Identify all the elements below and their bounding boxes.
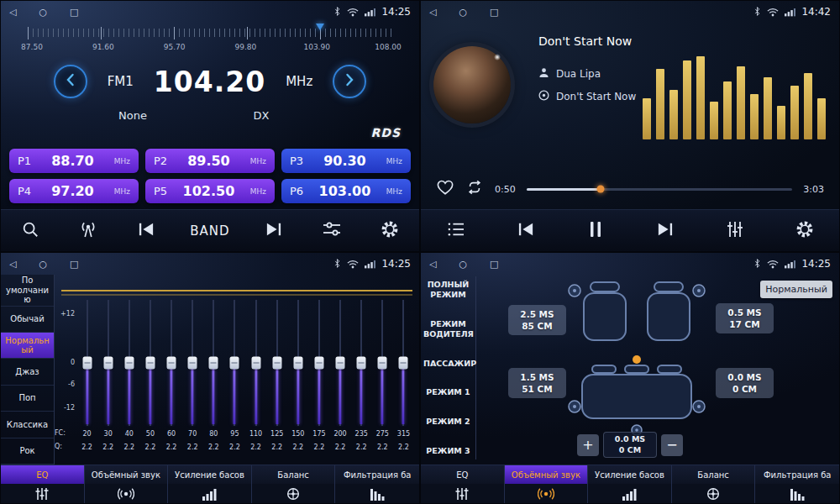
- eq-band-slider[interactable]: [228, 300, 240, 426]
- eq-band-slider[interactable]: [186, 300, 198, 426]
- back-nav-icon[interactable]: ◁: [9, 8, 16, 17]
- tune-up-button[interactable]: [333, 65, 366, 98]
- home-nav-icon[interactable]: ○: [459, 260, 467, 269]
- eq-band-slider[interactable]: [165, 300, 177, 426]
- eq-preset-classic[interactable]: Классика: [1, 412, 54, 438]
- recents-nav-icon[interactable]: □: [490, 260, 498, 269]
- album-art[interactable]: [433, 46, 511, 123]
- eq-preset-pop[interactable]: Поп: [1, 386, 54, 412]
- eq-band-slider[interactable]: [397, 300, 409, 426]
- recents-nav-icon[interactable]: □: [70, 260, 78, 269]
- eq-statusbar: ◁ ○ □ 14:25: [1, 253, 419, 275]
- eq-band-slider[interactable]: [292, 300, 304, 426]
- eq-band-slider[interactable]: [123, 300, 135, 426]
- delay-increase-button[interactable]: +: [577, 434, 599, 456]
- db-scale-label: +12: [55, 310, 75, 318]
- frequency-ruler[interactable]: 87.50 91.60 95.70 99.80 103.90 108.00: [28, 27, 392, 62]
- preset-button-p3[interactable]: P3 90.30 MHz: [281, 149, 411, 173]
- eq-preset-jazz[interactable]: Джаз: [1, 359, 54, 385]
- preset-button-p5[interactable]: P5 102.50 MHz: [145, 179, 275, 203]
- eq-band-slider[interactable]: [144, 300, 156, 426]
- progress-knob[interactable]: [597, 186, 605, 193]
- tab-bass-boost[interactable]: Усиление басов: [588, 465, 672, 503]
- mode-driver[interactable]: РЕЖИМ ВОДИТЕЛЯ: [421, 318, 475, 341]
- preset-button-p4[interactable]: P4 97.20 MHz: [9, 179, 139, 203]
- delay-front-right[interactable]: 0.5 MS 17 CM: [716, 303, 774, 333]
- back-nav-icon[interactable]: ◁: [9, 260, 16, 269]
- band-button[interactable]: BAND: [190, 217, 229, 245]
- settings-button[interactable]: [375, 217, 404, 245]
- track-row: Don't Start Now: [538, 90, 636, 103]
- eq-band-slider[interactable]: [334, 300, 346, 426]
- scan-button[interactable]: [16, 217, 45, 245]
- tab-filter[interactable]: Фильтрация ба: [755, 465, 839, 503]
- mode-full[interactable]: ПОЛНЫЙ РЕЖИМ: [421, 278, 475, 302]
- eq-preset-normal[interactable]: Нормальный: [1, 333, 54, 359]
- next-track-button[interactable]: [651, 217, 680, 245]
- home-nav-icon[interactable]: ○: [39, 260, 47, 269]
- delay-decrease-button[interactable]: −: [661, 434, 683, 456]
- eq-band-fc: 40: [118, 428, 139, 439]
- mode-passenger[interactable]: ПАССАЖИР: [421, 357, 475, 370]
- mode-3[interactable]: РЕЖИМ 3: [421, 444, 475, 458]
- chevron-left-icon: [65, 73, 76, 90]
- eq-band-slider[interactable]: [376, 300, 388, 426]
- preset-button-p1[interactable]: P1 88.70 MHz: [9, 149, 139, 173]
- mode-1[interactable]: РЕЖИМ 1: [421, 386, 475, 399]
- delay-rear-right[interactable]: 0.0 MS 0 CM: [716, 368, 774, 398]
- preset-button-p2[interactable]: P2 89.50 MHz: [145, 149, 275, 173]
- ruler-label: 99.80: [231, 43, 260, 51]
- back-nav-icon[interactable]: ◁: [429, 8, 436, 17]
- eq-preset-custom[interactable]: Обычай: [1, 307, 54, 333]
- tab-surround-sound[interactable]: Объёмный звук: [85, 465, 169, 503]
- mode-2[interactable]: РЕЖИМ 2: [421, 415, 475, 428]
- tab-balance[interactable]: Баланс: [252, 465, 336, 503]
- broadcast-button[interactable]: [74, 217, 102, 245]
- eq-band-slider[interactable]: [313, 300, 325, 426]
- tab-balance[interactable]: Баланс: [672, 465, 756, 503]
- eq-preset-rock[interactable]: Рок: [1, 438, 54, 465]
- eq-band-slider[interactable]: [271, 300, 283, 426]
- settings-button[interactable]: [790, 217, 819, 245]
- eq-band-slider[interactable]: [102, 300, 114, 426]
- surround-sound-icon: [505, 484, 588, 503]
- delay-front-left[interactable]: 2.5 MS 85 CM: [508, 305, 566, 335]
- tab-bass-boost[interactable]: Усиление басов: [168, 465, 252, 503]
- eq-band-slider[interactable]: [81, 300, 93, 426]
- home-nav-icon[interactable]: ○: [459, 8, 467, 17]
- home-nav-icon[interactable]: ○: [39, 8, 47, 17]
- eq-preset-default[interactable]: По умолчанию: [1, 275, 54, 307]
- next-station-button[interactable]: [260, 217, 288, 245]
- equalizer-button[interactable]: [721, 217, 749, 245]
- previous-track-button[interactable]: [512, 217, 540, 245]
- delay-rear-left[interactable]: 1.5 MS 51 CM: [508, 368, 566, 398]
- tab-eq[interactable]: EQ: [421, 465, 505, 503]
- audio-settings-button[interactable]: [318, 217, 346, 245]
- playlist-button[interactable]: [442, 217, 470, 245]
- back-nav-icon[interactable]: ◁: [429, 260, 436, 269]
- repeat-button[interactable]: [465, 180, 484, 198]
- eq-band-q: 2.2: [139, 441, 160, 453]
- preset-frequency: 103.00: [319, 183, 371, 199]
- signal-icon: [365, 256, 375, 272]
- eq-band-q: 2.2: [372, 441, 393, 453]
- favorite-button[interactable]: [436, 179, 454, 199]
- ruler-label: 95.70: [160, 43, 189, 51]
- tab-eq[interactable]: EQ: [1, 465, 85, 503]
- radio-statusbar: ◁ ○ □ 14:25: [1, 1, 419, 23]
- recents-nav-icon[interactable]: □: [70, 8, 78, 17]
- preset-button-p6[interactable]: P6 103.00 MHz: [281, 179, 411, 203]
- eq-band-slider[interactable]: [207, 300, 219, 426]
- preset-frequency: 89.50: [187, 153, 230, 169]
- tab-surround-sound[interactable]: Объёмный звук: [505, 465, 589, 503]
- tab-filter[interactable]: Фильтрация ба: [335, 465, 419, 503]
- eq-band-slider[interactable]: [355, 300, 367, 426]
- recents-nav-icon[interactable]: □: [490, 8, 498, 17]
- tune-down-button[interactable]: [54, 65, 87, 98]
- pause-button[interactable]: [581, 217, 610, 245]
- eq-band-slider[interactable]: [250, 300, 262, 426]
- sound-profile-button[interactable]: Нормальный: [760, 281, 832, 298]
- previous-station-button[interactable]: [132, 217, 160, 245]
- delay-cm: 85 CM: [522, 320, 552, 332]
- seek-bar[interactable]: [527, 188, 793, 191]
